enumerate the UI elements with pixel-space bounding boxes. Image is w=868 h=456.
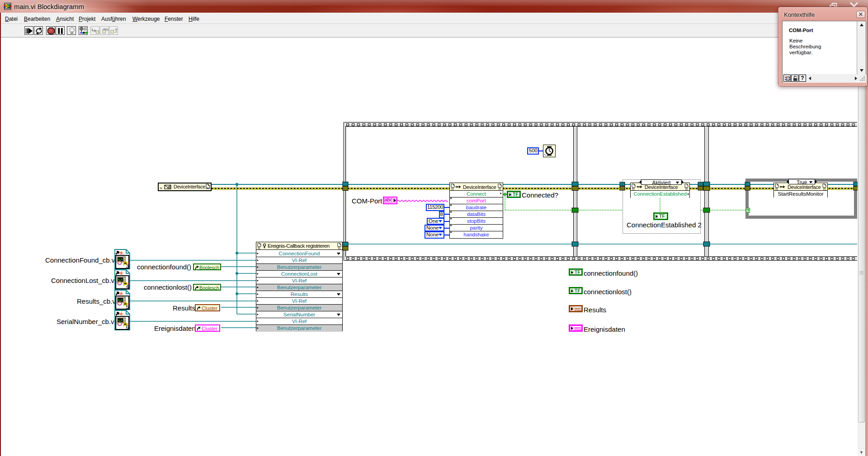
svg-text:?!: ?! <box>207 187 209 190</box>
svg-text:4: 4 <box>126 284 129 289</box>
svg-text:?!: ?! <box>160 187 162 190</box>
svg-text:3: 3 <box>126 263 129 269</box>
svg-text:C: C <box>787 77 789 80</box>
svg-text:?!: ?! <box>258 247 260 250</box>
svg-text:6: 6 <box>126 324 129 330</box>
svg-text:?!: ?! <box>338 247 340 250</box>
svg-text:5: 5 <box>126 304 129 310</box>
svg-text:?!: ?! <box>451 188 454 191</box>
svg-text:?!: ?! <box>775 188 778 191</box>
svg-text:?!: ?! <box>498 188 501 191</box>
svg-text:?!: ?! <box>823 188 826 191</box>
